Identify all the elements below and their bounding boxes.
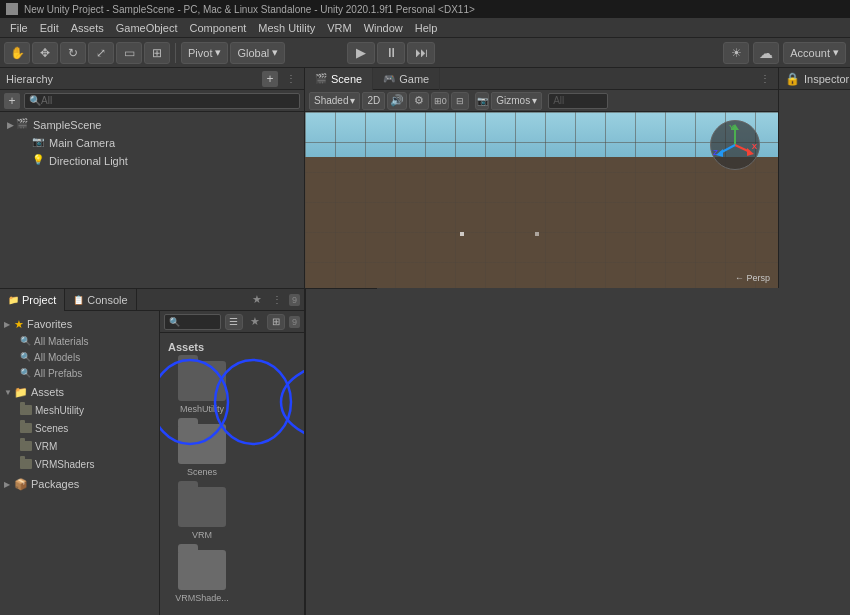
assets-view-button[interactable]: ⊞ [267, 314, 285, 330]
global-button[interactable]: Global ▾ [230, 42, 285, 64]
game-tab-icon: 🎮 [383, 73, 395, 84]
lighting-button[interactable]: ☀ [723, 42, 749, 64]
folder-vrmshaders[interactable]: VRMShade... [172, 550, 232, 603]
project-menu-button[interactable]: ⋮ [269, 292, 285, 308]
light-label: Directional Light [49, 155, 128, 167]
menu-component[interactable]: Component [183, 18, 252, 37]
menu-gameobject[interactable]: GameObject [110, 18, 184, 37]
title-text: New Unity Project - SampleScene - PC, Ma… [24, 4, 475, 15]
sidebar-vrm[interactable]: VRM [16, 437, 159, 455]
inspector-header: 🔒 Inspector [779, 68, 850, 90]
gizmos-dropdown-icon: ▾ [532, 95, 537, 106]
assets-header[interactable]: ▼ 📁 Assets [0, 383, 159, 401]
toolbar-right: ☀ ☁ Account ▾ [723, 42, 846, 64]
rotate-tool-button[interactable]: ↻ [60, 42, 86, 64]
menu-assets[interactable]: Assets [65, 18, 110, 37]
sidebar-all-prefabs[interactable]: 🔍 All Prefabs [16, 365, 159, 381]
favorites-section: ▶ ★ Favorites 🔍 All Materials 🔍 All [0, 315, 159, 381]
hierarchy-directional-light[interactable]: 💡 Directional Light [16, 152, 304, 170]
menu-window[interactable]: Window [358, 18, 409, 37]
assets-star-button[interactable]: ★ [247, 314, 263, 330]
hierarchy-add-button2[interactable]: + [4, 93, 20, 109]
scene-toolbar: Shaded ▾ 2D 🔊 ⚙ ⊞0 ⊟ 📷 Gizmos ▾ [305, 90, 778, 112]
game-tab[interactable]: 🎮 Game [373, 68, 440, 90]
assets-search-box[interactable]: 🔍 [164, 314, 221, 330]
play-button[interactable]: ▶ [347, 42, 375, 64]
favorites-star-icon: ★ [14, 318, 24, 331]
light-icon: 💡 [32, 154, 46, 168]
sidebar-meshutility[interactable]: MeshUtility [16, 401, 159, 419]
project-star-button[interactable]: ★ [249, 292, 265, 308]
assets-content-label: Assets [168, 341, 296, 353]
favorites-header[interactable]: ▶ ★ Favorites [0, 315, 159, 333]
menu-vrm[interactable]: VRM [321, 18, 357, 37]
hierarchy-content: ▶ 🎬 SampleScene 📷 Main Camera 💡 Directio… [0, 112, 304, 288]
rect-tool-button[interactable]: ▭ [116, 42, 142, 64]
hierarchy-menu-button[interactable]: ⋮ [282, 71, 298, 87]
scene-icon: 🎬 [16, 118, 30, 132]
hierarchy-panel: Hierarchy + ⋮ + 🔍 All ▶ 🎬 SampleScene [0, 68, 305, 288]
pivot-button[interactable]: Pivot ▾ [181, 42, 228, 64]
move-tool-button[interactable]: ✥ [32, 42, 58, 64]
hierarchy-search[interactable]: 🔍 All [24, 93, 300, 109]
packages-folder-icon: 📦 [14, 478, 28, 491]
assets-grid: MeshUtility Scenes VRM [168, 357, 296, 607]
scene-stat2-button[interactable]: ⊟ [451, 92, 469, 110]
scene-cam-button[interactable]: 📷 [475, 92, 489, 110]
scene-gizmo[interactable]: Y X Z [710, 120, 770, 180]
sidebar-all-models[interactable]: 🔍 All Models [16, 349, 159, 365]
scene-effects-button[interactable]: ⚙ [409, 92, 429, 110]
packages-header[interactable]: ▶ 📦 Packages [0, 475, 159, 493]
scene-tab-icon: 🎬 [315, 73, 327, 84]
account-button[interactable]: Account ▾ [783, 42, 846, 64]
sidebar-all-materials[interactable]: 🔍 All Materials [16, 333, 159, 349]
tab-project[interactable]: 📁 Project [0, 289, 65, 311]
gizmos-section: 📷 Gizmos ▾ [475, 92, 542, 110]
folder-vrm[interactable]: VRM [172, 487, 232, 540]
menu-meshutility[interactable]: Mesh Utility [252, 18, 321, 37]
top-panels: Hierarchy + ⋮ + 🔍 All ▶ 🎬 SampleScene [0, 68, 850, 288]
assets-content: Assets MeshUtility Scenes [160, 333, 304, 615]
svg-marker-3 [747, 148, 754, 156]
inspector-bottom-panel [305, 288, 377, 615]
sidebar-scenes[interactable]: Scenes [16, 419, 159, 437]
camera-label: Main Camera [49, 137, 115, 149]
hierarchy-scene[interactable]: ▶ 🎬 SampleScene [0, 116, 304, 134]
transform-tool-button[interactable]: ⊞ [144, 42, 170, 64]
global-dropdown-icon: ▾ [272, 46, 278, 59]
scene-stat1-button[interactable]: ⊞0 [431, 92, 449, 110]
materials-icon: 🔍 [20, 336, 31, 346]
step-button[interactable]: ⏭ [407, 42, 435, 64]
folder-scenes[interactable]: Scenes [172, 424, 232, 477]
folder-meshutility[interactable]: MeshUtility [172, 361, 232, 414]
sidebar-vrmshaders[interactable]: VRMShaders [16, 455, 159, 473]
scale-tool-button[interactable]: ⤢ [88, 42, 114, 64]
cloud-button[interactable]: ☁ [753, 42, 779, 64]
hand-tool-button[interactable]: ✋ [4, 42, 30, 64]
pause-button[interactable]: ⏸ [377, 42, 405, 64]
assets-folder-icon: 📁 [14, 386, 28, 399]
hierarchy-main-camera[interactable]: 📷 Main Camera [16, 134, 304, 152]
hierarchy-add-button[interactable]: + [262, 71, 278, 87]
scene-menu-button[interactable]: ⋮ [756, 71, 772, 87]
shading-dropdown[interactable]: Shaded ▾ [309, 92, 360, 110]
scene-search-input[interactable]: All [548, 93, 608, 109]
console-tab-icon: 📋 [73, 295, 84, 305]
play-controls: ▶ ⏸ ⏭ [347, 42, 435, 64]
tab-console[interactable]: 📋 Console [65, 289, 136, 311]
search-icon: 🔍 [169, 317, 180, 327]
scene-tab[interactable]: 🎬 Scene [305, 68, 373, 90]
menu-help[interactable]: Help [409, 18, 444, 37]
menu-file[interactable]: File [4, 18, 34, 37]
scene-view-options: ⊞0 ⊟ [431, 92, 469, 110]
menu-edit[interactable]: Edit [34, 18, 65, 37]
scene-audio-button[interactable]: 🔊 [387, 92, 407, 110]
vrmshaders-folder [178, 550, 226, 590]
assets-filter-button[interactable]: ☰ [225, 314, 243, 330]
favorites-label: Favorites [27, 318, 72, 330]
2d-button[interactable]: 2D [362, 92, 385, 110]
scene-viewport[interactable]: Y X Z ← Persp [305, 112, 778, 288]
gizmos-dropdown[interactable]: Gizmos ▾ [491, 92, 542, 110]
scene-tabs: 🎬 Scene 🎮 Game ⋮ [305, 68, 778, 90]
vrm-label: VRM [192, 530, 212, 540]
